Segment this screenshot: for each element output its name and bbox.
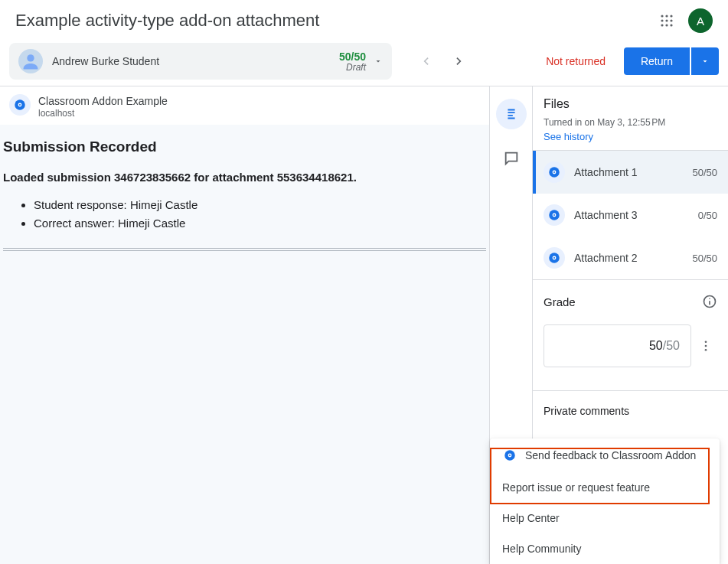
svg-point-1	[665, 15, 668, 17]
student-nav	[410, 46, 475, 77]
pin-icon	[547, 251, 561, 265]
prev-student-button[interactable]	[410, 46, 441, 77]
attachment-name: Attachment 1	[574, 166, 683, 178]
attachment-icon	[544, 161, 565, 183]
return-menu-button[interactable]	[691, 47, 719, 75]
rail-comments-button[interactable]	[496, 143, 527, 174]
student-selector[interactable]: Andrew Burke Student 50/50 Draft	[9, 43, 392, 80]
svg-point-2	[670, 15, 672, 17]
student-score-block: 50/50 Draft	[339, 51, 366, 72]
submission-list: Student response: Himeji Castle Correct …	[3, 196, 486, 233]
popup-item-help-center[interactable]: Help Center	[490, 503, 720, 533]
person-icon	[20, 51, 41, 72]
next-student-button[interactable]	[444, 46, 475, 77]
popup-item-report-issue[interactable]: Report issue or request feature	[490, 472, 720, 503]
attachment-icon	[544, 204, 565, 226]
popup-label: Report issue or request feature	[502, 481, 650, 494]
submission-item: Student response: Himeji Castle	[34, 196, 486, 214]
addon-header: Classroom Addon Example localhost	[0, 86, 489, 125]
content-column: Classroom Addon Example localhost Submis…	[0, 86, 490, 564]
svg-point-25	[705, 341, 707, 343]
private-comments-title: Private comments	[544, 405, 717, 417]
popup-item-send-feedback[interactable]: Send feedback to Classroom Addon	[490, 438, 720, 472]
header: Example activity-type add-on attachment …	[0, 0, 728, 38]
svg-point-21	[553, 257, 555, 259]
pin-icon	[547, 208, 561, 222]
submission-line: Loaded submission 346723835662 for attac…	[3, 171, 486, 184]
attachment-score: 50/50	[692, 167, 717, 178]
popup-label: Help Center	[502, 512, 560, 524]
popup-item-help-community[interactable]: Help Community	[490, 533, 720, 564]
grade-row: /50	[544, 324, 717, 367]
chevron-down-icon	[374, 57, 383, 66]
grade-menu-button[interactable]	[699, 339, 717, 353]
grid-icon	[660, 14, 674, 28]
svg-point-4	[665, 19, 668, 21]
files-title: Files	[544, 97, 717, 111]
user-avatar[interactable]: A	[688, 8, 713, 33]
attachment-score: 0/50	[698, 210, 717, 221]
svg-point-9	[27, 54, 34, 61]
svg-point-30	[509, 455, 511, 456]
toolbar: Andrew Burke Student 50/50 Draft Not ret…	[0, 38, 728, 86]
student-name: Andrew Burke Student	[52, 55, 339, 67]
addon-icon	[502, 448, 517, 463]
grade-title: Grade	[544, 295, 702, 308]
info-icon[interactable]	[702, 294, 717, 309]
pin-icon	[503, 448, 517, 462]
divider	[3, 248, 486, 251]
return-button-group: Return	[624, 47, 719, 75]
attachment-row[interactable]: Attachment 1 50/50	[533, 151, 728, 194]
help-popup: Send feedback to Classroom Addon Report …	[490, 438, 720, 564]
submission-heading: Submission Recorded	[3, 139, 486, 155]
grade-input-wrap[interactable]: /50	[544, 324, 691, 367]
attachment-row[interactable]: Attachment 3 0/50	[533, 194, 728, 236]
see-history-link[interactable]: See history	[544, 131, 593, 142]
svg-point-15	[553, 171, 555, 173]
attachment-name: Attachment 2	[574, 252, 683, 264]
student-avatar-icon	[18, 49, 43, 73]
return-button[interactable]: Return	[624, 47, 690, 75]
attachment-row[interactable]: Attachment 2 50/50	[533, 236, 728, 279]
grade-input[interactable]	[625, 339, 663, 353]
doc-icon	[503, 106, 520, 122]
main: Classroom Addon Example localhost Submis…	[0, 86, 728, 564]
popup-label: Help Community	[502, 543, 581, 555]
svg-point-24	[709, 298, 710, 299]
return-status: Not returned	[546, 55, 606, 67]
popup-label: Send feedback to Classroom Addon	[525, 449, 696, 461]
pin-icon	[13, 98, 27, 112]
rail-files-button[interactable]	[496, 99, 527, 129]
turned-in-text: Turned in on May 3, 12:55 PM	[544, 117, 717, 128]
page-title: Example activity-type add-on attachment	[15, 11, 658, 31]
chevron-left-icon	[418, 54, 433, 69]
svg-point-7	[665, 24, 668, 26]
addon-icon	[9, 94, 31, 116]
pin-icon	[547, 165, 561, 179]
more-vert-icon	[699, 339, 713, 353]
attachment-list: Attachment 1 50/50 Attachment 3 0/50 Att…	[533, 151, 728, 279]
comment-icon	[503, 150, 520, 167]
files-block: Files Turned in on May 3, 12:55 PM See h…	[533, 86, 728, 151]
attachment-score: 50/50	[692, 253, 717, 264]
svg-point-6	[661, 24, 663, 26]
svg-point-12	[19, 104, 21, 106]
attachment-name: Attachment 3	[574, 209, 689, 221]
submission-item: Correct answer: Himeji Castle	[34, 214, 486, 233]
chevron-down-icon	[700, 57, 710, 66]
private-comments-block: Private comments	[533, 391, 728, 429]
svg-point-27	[705, 349, 707, 351]
google-apps-icon[interactable]	[658, 11, 676, 30]
addon-host: localhost	[38, 108, 168, 119]
grade-denominator: /50	[663, 339, 680, 353]
svg-point-26	[705, 345, 707, 347]
student-draft-label: Draft	[339, 63, 366, 72]
student-score: 50/50	[339, 51, 366, 63]
addon-title: Classroom Addon Example	[38, 94, 168, 108]
chevron-right-icon	[452, 54, 467, 69]
attachment-icon	[544, 247, 565, 269]
content-body: Submission Recorded Loaded submission 34…	[0, 125, 489, 564]
svg-point-0	[661, 15, 663, 17]
svg-point-3	[661, 19, 663, 21]
grade-block: Grade /50	[533, 280, 728, 377]
